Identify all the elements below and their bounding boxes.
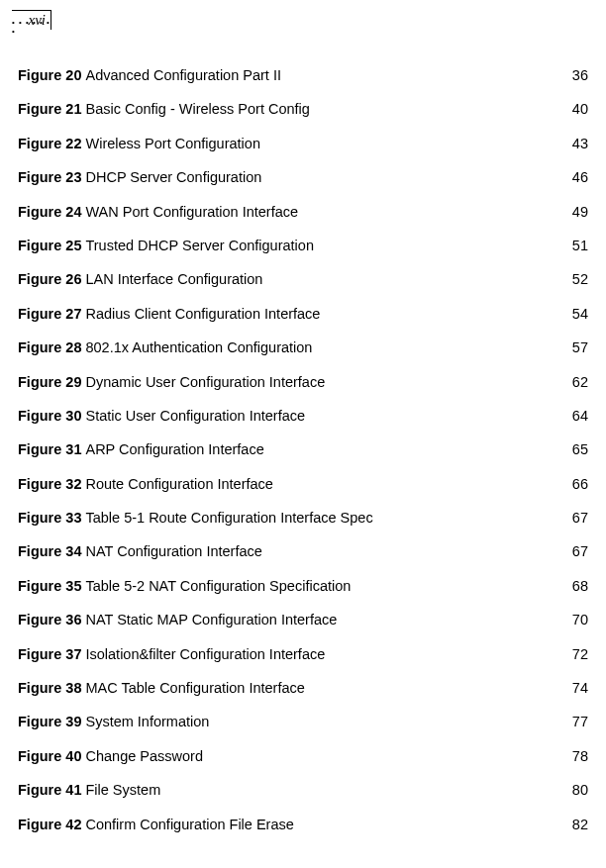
figure-label: Figure 24 bbox=[18, 204, 81, 220]
figure-title: System Information bbox=[85, 714, 209, 729]
figure-title: Route Configuration Interface bbox=[85, 476, 272, 492]
figure-entry: Figure 32 Route Configuration Interface6… bbox=[18, 476, 588, 492]
figure-label: Figure 29 bbox=[18, 374, 81, 390]
figure-label: Figure 26 bbox=[18, 271, 81, 287]
figure-page: 65 bbox=[572, 441, 588, 457]
figure-label: Figure 41 bbox=[18, 782, 81, 798]
figure-title: Table 5-1 Route Configuration Interface … bbox=[85, 510, 372, 526]
figure-page: 70 bbox=[572, 612, 588, 627]
figure-label: Figure 25 bbox=[18, 238, 81, 253]
figure-entry: Figure 41 File System80 bbox=[18, 782, 588, 798]
figure-entry: Figure 22 Wireless Port Configuration43 bbox=[18, 136, 588, 151]
figure-label: Figure 27 bbox=[18, 306, 81, 322]
figure-entry: Figure 21 Basic Config - Wireless Port C… bbox=[18, 101, 588, 117]
figure-label: Figure 35 bbox=[18, 578, 81, 594]
figure-entry: Figure 27 Radius Client Configuration In… bbox=[18, 306, 588, 322]
figure-entry: Figure 38 MAC Table Configuration Interf… bbox=[18, 680, 588, 696]
figure-page: 52 bbox=[572, 271, 588, 287]
figure-label: Figure 30 bbox=[18, 408, 81, 424]
figure-entry: Figure 20 Advanced Configuration Part II… bbox=[18, 67, 588, 83]
figure-title: Isolation&filter Configuration Interface bbox=[85, 646, 325, 662]
figure-label: Figure 38 bbox=[18, 680, 81, 696]
figure-entry: Figure 40 Change Password78 bbox=[18, 748, 588, 764]
figure-entry: Figure 31 ARP Configuration Interface65 bbox=[18, 441, 588, 457]
figure-title: Trusted DHCP Server Configuration bbox=[85, 238, 314, 253]
figure-title: NAT Configuration Interface bbox=[85, 543, 261, 559]
figure-page: 64 bbox=[572, 408, 588, 424]
figure-page: 67 bbox=[572, 510, 588, 526]
figure-page: 66 bbox=[572, 476, 588, 492]
figure-page: 40 bbox=[572, 101, 588, 117]
figure-title: Confirm Configuration File Erase bbox=[85, 817, 293, 832]
figure-page: 82 bbox=[572, 817, 588, 832]
figure-page: 43 bbox=[572, 136, 588, 151]
figure-page: 80 bbox=[572, 782, 588, 798]
figure-entry: Figure 36 NAT Static MAP Configuration I… bbox=[18, 612, 588, 627]
figure-title: DHCP Server Configuration bbox=[85, 169, 261, 185]
figure-page: 36 bbox=[572, 67, 588, 83]
figure-label: Figure 37 bbox=[18, 646, 81, 662]
figure-title: Wireless Port Configuration bbox=[85, 136, 260, 151]
figure-entry: Figure 24 WAN Port Configuration Interfa… bbox=[18, 204, 588, 220]
page: xvi • • • • • • • Figure 20 Advanced Con… bbox=[0, 0, 606, 868]
figure-title: ARP Configuration Interface bbox=[85, 441, 263, 457]
figure-entry: Figure 34 NAT Configuration Interface67 bbox=[18, 543, 588, 559]
figure-title: File System bbox=[85, 782, 160, 798]
figure-title: Advanced Configuration Part II bbox=[85, 67, 280, 83]
figure-page: 46 bbox=[572, 169, 588, 185]
figure-entry: Figure 33 Table 5-1 Route Configuration … bbox=[18, 510, 588, 526]
figure-page: 74 bbox=[572, 680, 588, 696]
figure-title: WAN Port Configuration Interface bbox=[85, 204, 298, 220]
figure-title: LAN Interface Configuration bbox=[85, 271, 262, 287]
figure-entry: Figure 26 LAN Interface Configuration52 bbox=[18, 271, 588, 287]
figure-entry: Figure 39 System Information77 bbox=[18, 714, 588, 729]
figure-label: Figure 31 bbox=[18, 441, 81, 457]
figure-label: Figure 40 bbox=[18, 748, 81, 764]
figure-entry: Figure 35 Table 5-2 NAT Configuration Sp… bbox=[18, 578, 588, 594]
figure-page: 62 bbox=[572, 374, 588, 390]
figure-label: Figure 23 bbox=[18, 169, 81, 185]
figure-label: Figure 42 bbox=[18, 817, 81, 832]
figure-title: MAC Table Configuration Interface bbox=[85, 680, 304, 696]
figure-page: 54 bbox=[572, 306, 588, 322]
figure-title: Table 5-2 NAT Configuration Specificatio… bbox=[85, 578, 351, 594]
figure-page: 49 bbox=[572, 204, 588, 220]
figure-entry: Figure 29 Dynamic User Configuration Int… bbox=[18, 374, 588, 390]
figure-entry: Figure 42 Confirm Configuration File Era… bbox=[18, 817, 588, 832]
page-number-dots: • • • • • • • bbox=[12, 18, 51, 36]
figure-entry: Figure 37 Isolation&filter Configuration… bbox=[18, 646, 588, 662]
figure-title: Basic Config - Wireless Port Config bbox=[85, 101, 309, 117]
figure-title: Radius Client Configuration Interface bbox=[85, 306, 320, 322]
figure-title: Dynamic User Configuration Interface bbox=[85, 374, 325, 390]
figure-page: 78 bbox=[572, 748, 588, 764]
page-number-box: xvi • • • • • • • bbox=[12, 10, 51, 38]
figure-title: Static User Configuration Interface bbox=[85, 408, 305, 424]
figure-label: Figure 34 bbox=[18, 543, 81, 559]
figure-page: 77 bbox=[572, 714, 588, 729]
page-number-rule bbox=[12, 10, 51, 11]
figure-entry: Figure 23 DHCP Server Configuration46 bbox=[18, 169, 588, 185]
figure-page: 72 bbox=[572, 646, 588, 662]
figure-label: Figure 36 bbox=[18, 612, 81, 627]
figure-page: 67 bbox=[572, 543, 588, 559]
figure-label: Figure 33 bbox=[18, 510, 81, 526]
figure-label: Figure 32 bbox=[18, 476, 81, 492]
figure-entry: Figure 28 802.1x Authentication Configur… bbox=[18, 339, 588, 355]
figure-label: Figure 39 bbox=[18, 714, 81, 729]
figure-label: Figure 22 bbox=[18, 136, 81, 151]
figure-label: Figure 20 bbox=[18, 67, 81, 83]
figure-label: Figure 21 bbox=[18, 101, 81, 117]
figure-title: 802.1x Authentication Configuration bbox=[85, 339, 312, 355]
figure-title: NAT Static MAP Configuration Interface bbox=[85, 612, 337, 627]
figure-title: Change Password bbox=[85, 748, 203, 764]
figure-page: 51 bbox=[572, 238, 588, 253]
figure-page: 57 bbox=[572, 339, 588, 355]
figure-list: Figure 20 Advanced Configuration Part II… bbox=[18, 67, 588, 832]
figure-label: Figure 28 bbox=[18, 339, 81, 355]
figure-entry: Figure 25 Trusted DHCP Server Configurat… bbox=[18, 238, 588, 253]
figure-page: 68 bbox=[572, 578, 588, 594]
figure-entry: Figure 30 Static User Configuration Inte… bbox=[18, 408, 588, 424]
